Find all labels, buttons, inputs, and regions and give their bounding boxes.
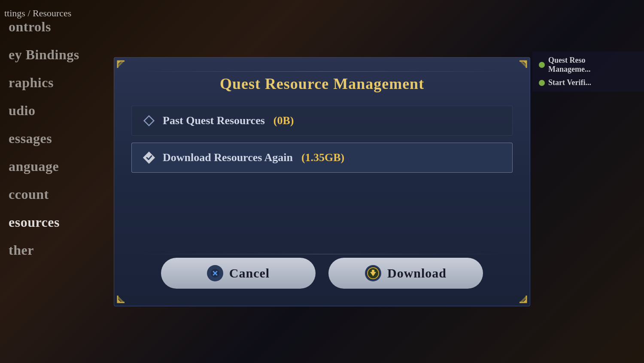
modal-line-bottom [136,254,508,254]
option-past-label: Past Quest Resources [163,114,265,127]
option-past-size: (0B) [273,114,294,127]
svg-rect-16 [372,270,374,273]
modal-overlay: Quest Resource Management Past Quest Res… [0,0,644,363]
corner-decoration-tr [512,60,527,76]
modal-buttons: Cancel Download [131,258,513,289]
modal-title: Quest Resource Management [131,75,513,93]
corner-decoration-br [512,288,527,303]
corner-decoration-tl [117,60,132,76]
option-download-again-label: Download Resources Again [163,151,293,164]
option-download-again[interactable]: Download Resources Again (1.35GB) [131,143,513,173]
corner-decoration-bl [117,288,132,303]
resource-options: Past Quest Resources (0B) Download Resou… [131,106,513,173]
download-button[interactable]: Download [328,258,483,289]
diamond-empty-icon [142,114,156,128]
svg-rect-9 [143,151,155,163]
option-past-quest[interactable]: Past Quest Resources (0B) [131,106,513,136]
cancel-label: Cancel [229,266,270,281]
cancel-button[interactable]: Cancel [161,258,316,289]
download-label: Download [387,266,447,281]
download-icon [365,265,381,281]
modal-dialog: Quest Resource Management Past Quest Res… [114,57,530,306]
cancel-icon [207,265,223,281]
option-download-again-size: (1.35GB) [301,151,344,164]
diamond-checked-icon [142,151,156,165]
modal-line-top [136,71,508,72]
svg-rect-8 [144,116,154,125]
